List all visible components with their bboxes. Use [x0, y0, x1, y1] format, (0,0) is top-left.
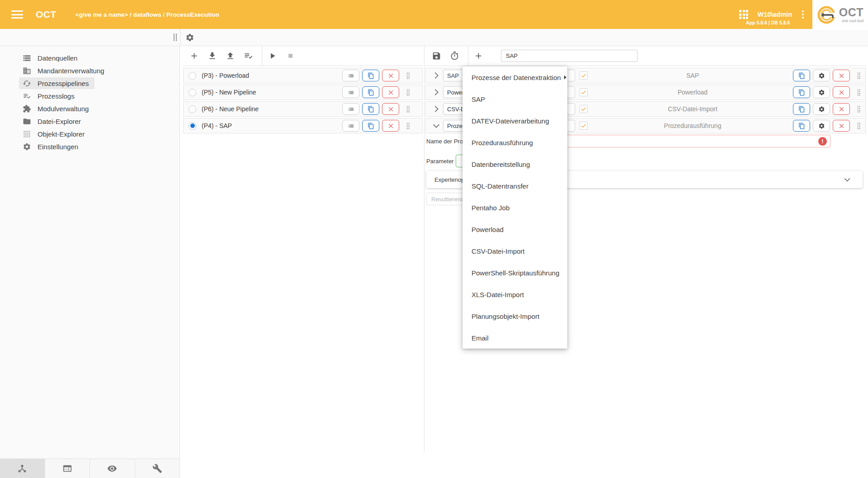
menu-item[interactable]: Pentaho Job [462, 197, 567, 218]
copy-pipeline-button[interactable] [362, 70, 379, 81]
delete-pipeline-button[interactable] [382, 120, 399, 132]
copy-process-button[interactable] [793, 86, 810, 98]
app-bar: OCT <give me a name> / dataflows / Proce… [0, 0, 868, 29]
add-process-button[interactable] [473, 51, 484, 62]
layout-icon [62, 464, 72, 473]
expand-chevron-icon[interactable] [431, 87, 441, 97]
pipeline-details-button[interactable] [342, 70, 359, 81]
sidebar-item[interactable]: Prozesspipelines [19, 77, 94, 89]
drag-handle-icon[interactable] [406, 72, 410, 80]
hamburger-menu-icon[interactable] [11, 10, 23, 19]
version-label: App 5.8.6 | DB 5.8.6 [746, 20, 790, 25]
delete-process-button[interactable] [833, 70, 850, 81]
menu-item[interactable]: SAP [462, 88, 567, 110]
timer-icon[interactable] [449, 51, 460, 62]
delete-pipeline-button[interactable] [382, 86, 399, 98]
delete-process-button[interactable] [833, 103, 850, 115]
logo-text: OCT [839, 7, 863, 18]
drag-handle-icon[interactable] [857, 105, 861, 113]
sidebar-item[interactable]: Datenquellen [19, 52, 83, 64]
process-enabled-checkbox[interactable] [580, 71, 588, 80]
playlist-check-icon[interactable] [243, 51, 254, 62]
menu-item[interactable]: Prozedurausführung [462, 132, 567, 153]
delete-pipeline-button[interactable] [382, 70, 399, 81]
pipeline-radio[interactable] [189, 122, 196, 130]
copy-process-button[interactable] [793, 103, 810, 115]
process-type-label: Prozedurausführung [638, 122, 747, 129]
menu-item[interactable]: Prozesse der Datenextraktion [462, 66, 567, 88]
expand-chevron-icon[interactable] [431, 71, 441, 80]
sidebar-bottom-tab[interactable] [135, 459, 180, 478]
menu-item-label: SQL-Datentransfer [472, 182, 528, 190]
pipeline-radio[interactable] [189, 105, 196, 113]
sidebar-item[interactable]: Objekt-Explorer [19, 128, 90, 140]
process-settings-button[interactable] [813, 86, 830, 98]
delete-pipeline-button[interactable] [382, 103, 399, 115]
menu-item[interactable]: DATEV-Dateiverarbeitung [462, 110, 567, 132]
stop-pipeline-icon[interactable] [285, 51, 296, 62]
sidebar-item-label: Modulverwaltung [38, 105, 89, 113]
divider [262, 46, 262, 66]
import-icon[interactable] [207, 51, 217, 62]
sidebar-item[interactable]: Modulverwaltung [19, 103, 94, 114]
menu-item[interactable]: PowerShell-Skriptausführung [462, 262, 567, 284]
process-enabled-checkbox[interactable] [580, 105, 588, 113]
storage-icon [23, 54, 31, 62]
menu-item[interactable]: Email [462, 327, 567, 349]
menu-item[interactable]: SQL-Datentransfer [462, 175, 567, 197]
sidebar-item[interactable]: Einstellungen [19, 141, 84, 152]
splitter-handle-icon[interactable] [174, 33, 177, 41]
pipeline-details-button[interactable] [342, 120, 359, 132]
drag-handle-icon[interactable] [406, 89, 410, 96]
username[interactable]: W10\admin [757, 11, 792, 18]
expand-chevron-icon[interactable] [431, 121, 441, 131]
sidebar-item[interactable]: Mandantenverwaltung [19, 65, 110, 76]
process-search-input[interactable] [501, 50, 637, 62]
pipeline-details-button[interactable] [342, 103, 359, 115]
pipeline-radio[interactable] [189, 72, 196, 80]
parameter-label: Parameter [426, 158, 454, 165]
delete-process-button[interactable] [833, 120, 850, 132]
drag-handle-icon[interactable] [406, 122, 410, 130]
menu-item[interactable]: CSV-Datei-Import [462, 240, 567, 262]
drag-handle-icon[interactable] [857, 72, 861, 80]
sidebar-bottom-tab[interactable] [45, 459, 90, 478]
process-enabled-checkbox[interactable] [580, 122, 588, 130]
menu-item[interactable]: Datenbereitstellung [462, 153, 567, 175]
run-pipeline-icon[interactable] [267, 51, 278, 62]
sidebar-bottom-tab[interactable] [0, 459, 45, 478]
pipeline-row: (P5) - New Pipeline [183, 85, 423, 100]
menu-item[interactable]: Powerload [462, 218, 567, 240]
copy-process-button[interactable] [793, 120, 810, 132]
copy-pipeline-button[interactable] [362, 120, 379, 132]
menu-item-label: Prozesse der Datenextraktion [472, 74, 561, 81]
drag-handle-icon[interactable] [857, 122, 861, 130]
chevron-down-icon[interactable] [843, 175, 852, 184]
process-settings-button[interactable] [813, 70, 830, 81]
expand-chevron-icon[interactable] [431, 104, 441, 114]
pipeline-radio[interactable] [189, 89, 196, 96]
pipeline-details-button[interactable] [342, 86, 359, 98]
copy-pipeline-button[interactable] [362, 86, 379, 98]
process-enabled-checkbox[interactable] [580, 88, 588, 96]
process-settings-button[interactable] [813, 120, 830, 132]
add-pipeline-button[interactable] [189, 51, 199, 62]
sidebar-item[interactable]: Prozesslogs [19, 90, 80, 102]
gear-icon[interactable] [185, 33, 194, 42]
delete-process-button[interactable] [833, 86, 850, 98]
menu-item[interactable]: Planungsobjekt-Import [462, 305, 567, 327]
pipeline-name: (P4) - SAP [202, 122, 232, 129]
save-icon[interactable] [431, 51, 442, 62]
sidebar-item[interactable]: Datei-Explorer [19, 115, 87, 127]
drag-handle-icon[interactable] [857, 89, 861, 96]
sidebar-item-label: Datenquellen [38, 54, 77, 62]
export-icon[interactable] [225, 51, 236, 62]
kebab-menu-icon[interactable] [801, 9, 805, 19]
sidebar-bottom-tab[interactable] [90, 459, 135, 478]
apps-grid-icon[interactable] [739, 10, 748, 19]
copy-pipeline-button[interactable] [362, 103, 379, 115]
process-settings-button[interactable] [813, 103, 830, 115]
menu-item[interactable]: XLS-Datei-Import [462, 284, 567, 305]
copy-process-button[interactable] [793, 70, 810, 81]
drag-handle-icon[interactable] [406, 105, 410, 113]
